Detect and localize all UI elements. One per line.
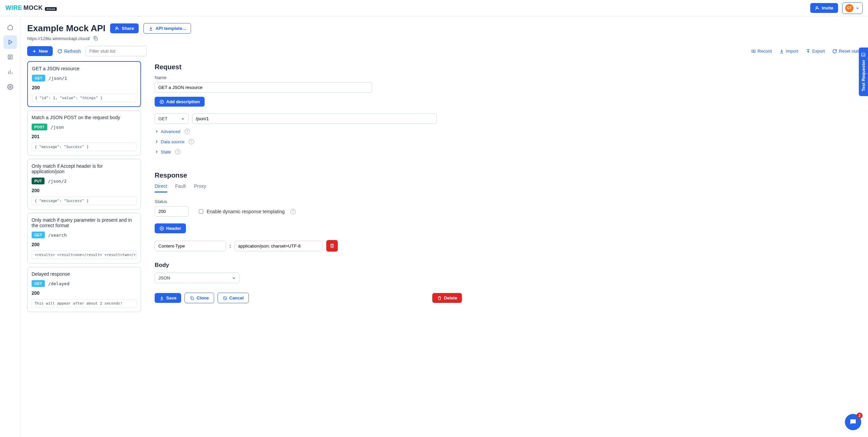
share-button[interactable]: Share xyxy=(110,23,139,33)
help-icon[interactable]: ? xyxy=(290,209,296,214)
record-button[interactable]: Record xyxy=(751,49,772,54)
save-button[interactable]: Save xyxy=(155,293,181,303)
nav-settings[interactable] xyxy=(3,80,17,94)
advanced-toggle[interactable]: Advanced ? xyxy=(155,129,848,134)
copy-url-button[interactable] xyxy=(93,36,98,41)
share-icon xyxy=(115,26,120,31)
help-icon[interactable]: ? xyxy=(185,129,190,134)
stub-card[interactable]: Match a JSON POST on the request body PO… xyxy=(27,110,141,156)
method-select[interactable]: GET xyxy=(155,113,189,124)
add-header-button[interactable]: Header xyxy=(155,223,186,233)
stub-card[interactable]: Only match if query parameter is present… xyxy=(27,213,141,263)
tab-fault[interactable]: Fault xyxy=(175,183,186,193)
delete-button[interactable]: Delete xyxy=(432,293,462,303)
reset-state-button[interactable]: Reset state xyxy=(832,49,861,54)
request-section-title: Request xyxy=(155,63,848,71)
invite-label: Invite xyxy=(822,5,833,11)
tab-direct[interactable]: Direct xyxy=(155,183,167,193)
tab-proxy[interactable]: Proxy xyxy=(194,183,206,193)
data-source-toggle[interactable]: Data source ? xyxy=(155,139,848,144)
chevron-down-icon xyxy=(232,276,236,280)
chevron-down-icon xyxy=(855,6,860,10)
avatar: GT xyxy=(845,4,853,12)
stub-card[interactable]: Delayed response GET /delayed 200 This w… xyxy=(27,267,141,312)
reset-label: Reset state xyxy=(839,49,861,54)
export-button[interactable]: Export xyxy=(806,49,825,54)
state-toggle[interactable]: State ? xyxy=(155,149,848,154)
nav-stubs[interactable] xyxy=(3,35,17,49)
import-button[interactable]: Import xyxy=(779,49,798,54)
svg-rect-10 xyxy=(192,297,194,299)
state-label: State xyxy=(161,149,171,154)
svg-point-3 xyxy=(9,86,11,88)
enable-templating-checkbox[interactable] xyxy=(199,209,203,214)
chevron-down-icon xyxy=(181,117,185,121)
path-input[interactable] xyxy=(192,113,437,124)
help-icon[interactable]: ? xyxy=(175,149,180,154)
body-type-select[interactable]: JSON xyxy=(155,273,240,283)
chart-icon xyxy=(7,69,13,75)
logo-mock: MOCK xyxy=(23,4,43,12)
name-input[interactable] xyxy=(155,82,372,93)
stub-path: /delayed xyxy=(48,281,70,286)
stub-title: Only match if Accept header is for appli… xyxy=(32,163,137,174)
reset-icon xyxy=(832,49,837,54)
cancel-button[interactable]: Cancel xyxy=(218,293,249,303)
header-key-input[interactable] xyxy=(155,241,226,251)
test-requester-label: Test Requester xyxy=(861,60,866,91)
enable-templating-label: Enable dynamic response templating xyxy=(207,209,285,214)
chat-button[interactable]: 2 xyxy=(845,414,861,430)
copy-icon xyxy=(93,36,98,41)
svg-point-4 xyxy=(116,27,118,29)
new-button[interactable]: New xyxy=(27,46,53,56)
delete-header-button[interactable] xyxy=(326,240,338,252)
stub-body-preview: <results> <result>one</result> <result>t… xyxy=(32,251,137,259)
chat-badge: 2 xyxy=(856,413,863,419)
status-label: Status xyxy=(155,199,848,204)
logo[interactable]: WIREMOCK Cloud xyxy=(5,4,57,12)
clone-button[interactable]: Clone xyxy=(185,293,214,303)
stub-card[interactable]: GET a JSON resource GET /json/1 200 { "i… xyxy=(27,61,141,107)
plus-circle-icon xyxy=(159,226,164,231)
delete-label: Delete xyxy=(444,295,457,301)
left-nav xyxy=(0,16,20,437)
refresh-label: Refresh xyxy=(64,49,81,54)
stub-body-preview: { "id": 1, "value": "things" } xyxy=(32,94,136,102)
svg-rect-12 xyxy=(862,53,865,56)
home-icon xyxy=(7,24,13,30)
help-icon[interactable]: ? xyxy=(189,139,194,144)
nav-analytics[interactable] xyxy=(3,65,17,79)
chevron-right-icon xyxy=(155,150,159,154)
add-description-button[interactable]: Add description xyxy=(155,97,205,107)
list-icon xyxy=(7,54,13,60)
status-input[interactable] xyxy=(155,206,189,217)
header-value-input[interactable] xyxy=(235,241,323,251)
main-content: Example Mock API Share API template... h… xyxy=(20,16,868,437)
stub-status: 200 xyxy=(32,85,136,90)
avatar-menu[interactable]: GT xyxy=(842,2,863,14)
refresh-icon xyxy=(57,49,62,54)
logo-wire: WIRE xyxy=(5,4,22,12)
method-badge: GET xyxy=(32,232,45,238)
toolbar: New Refresh Record Import xyxy=(20,41,868,61)
nav-requests[interactable] xyxy=(3,50,17,64)
nav-home[interactable] xyxy=(3,20,17,34)
filter-input[interactable] xyxy=(86,46,147,56)
stub-status: 201 xyxy=(32,134,137,139)
refresh-button[interactable]: Refresh xyxy=(57,49,81,54)
test-requester-tab[interactable]: Test Requester xyxy=(859,48,868,96)
method-badge: GET xyxy=(32,280,45,287)
stub-list[interactable]: GET a JSON resource GET /json/1 200 { "i… xyxy=(27,61,141,430)
api-template-button[interactable]: API template... xyxy=(143,23,191,34)
plus-icon xyxy=(32,49,37,54)
stub-body-preview: This will appear after about 2 seconds! xyxy=(32,299,137,308)
plus-circle-icon xyxy=(159,99,164,104)
cancel-label: Cancel xyxy=(229,295,244,301)
stub-card[interactable]: Only match if Accept header is for appli… xyxy=(27,159,141,210)
method-badge: GET xyxy=(32,75,45,81)
method-value: GET xyxy=(158,116,168,121)
invite-button[interactable]: Invite xyxy=(810,3,838,13)
svg-point-0 xyxy=(816,6,818,8)
method-badge: POST xyxy=(32,124,47,130)
api-template-label: API template... xyxy=(155,26,186,31)
